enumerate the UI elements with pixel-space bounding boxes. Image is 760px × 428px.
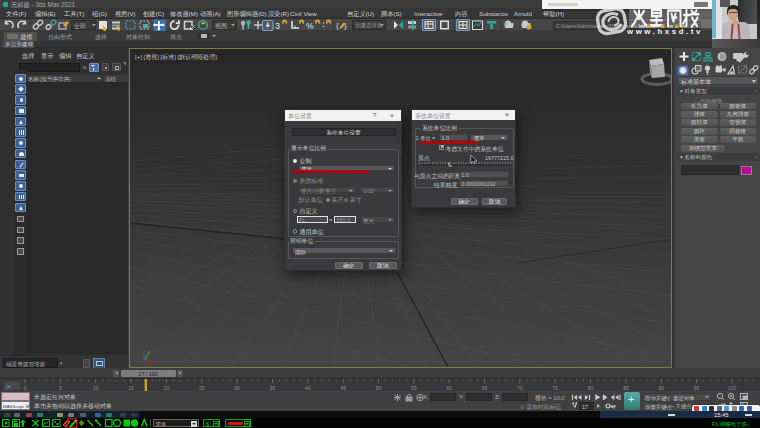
svg-text:%: % [306, 21, 314, 31]
svg-text:全部: 全部 [73, 22, 86, 30]
svg-text:创建选择集: 创建选择集 [355, 22, 383, 29]
svg-text:}: } [344, 21, 347, 30]
svg-text:{: { [336, 21, 339, 30]
svg-text:www.hxsd.tv: www.hxsd.tv [626, 27, 703, 36]
svg-text:3: 3 [275, 21, 280, 31]
svg-text:视图: 视图 [215, 22, 227, 30]
